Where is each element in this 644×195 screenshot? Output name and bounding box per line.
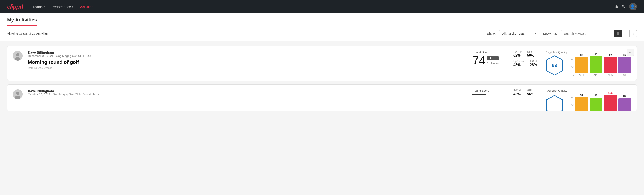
fw-hit-value: 43% [514,92,522,96]
card-info: Dave Billingham December 05, 2021 - Gog … [28,50,467,70]
bar-putt [618,57,632,72]
gir-value: 56% [527,92,534,96]
fw-hit-value: 62% [514,54,522,58]
round-score-section: Round Score [472,89,508,95]
avatar-icon: 👤 [630,4,635,9]
fw-hit-label: FW Hit [514,89,522,92]
y-label-50: 50 [569,104,574,106]
bar-value-ott2: 94 [580,94,583,97]
avg-shot-label: Avg Shot Quality [546,89,631,92]
score-value: 74 [472,55,485,66]
avatar [13,51,22,61]
round-score-section: Round Score 74 +4 18 Holes [472,50,508,66]
edit-button[interactable]: ✏ [627,49,634,56]
gir-value: 50% [527,54,534,58]
player-name: Dave Billingham [28,89,467,93]
compact-view-toggle[interactable]: ≡ [630,30,637,37]
bar-ott [575,57,588,72]
user-avatar[interactable]: 👤 ▾ [629,3,637,10]
gir-label: GIR [527,89,534,92]
keywords-label: Keywords: [543,32,558,36]
updown-label: Up/Down [514,60,524,63]
stats-section: FW Hit 62% GIR 50% Up/Down 43% 1 Putt 28… [514,50,540,67]
y-label-100: 100 [569,58,574,61]
bar-ott2 [575,97,588,111]
bar-group-ott2: 94 [575,94,588,111]
bar-putt2 [618,98,632,111]
bar-chart: 100 50 0 85 [569,55,631,76]
navbar: clippd Teams ▾ Performance ▾ Activities … [0,0,644,14]
bar-value-arg: 89 [609,53,612,56]
score-holes: 18 Holes [487,62,498,65]
avg-shot-quality-section: Avg Shot Quality 100 50 [546,89,631,111]
avatar [13,90,22,99]
avatar-chevron: ▾ [635,6,636,8]
bar-value-arg2: 106 [608,92,612,94]
bar-group-arg: 89 [604,53,617,72]
hex-quality: 89 [546,55,564,76]
y-label-100: 100 [569,96,574,99]
oneputt-value: 28% [530,63,537,67]
page-title: My Activities [7,17,37,26]
x-label-arg: ARG [604,74,617,76]
nav-items: Teams ▾ Performance ▾ Activities [30,3,608,10]
bars-container: 85 90 [575,55,631,72]
activity-type-select[interactable]: All Activity Types Rounds Practice [499,30,539,38]
add-icon[interactable]: ⊕ [614,4,618,9]
activity-title: Morning round of golf [28,59,467,65]
view-toggles: ☰ ⊞ ≡ [614,30,637,37]
activity-card: Dave Billingham October 16, 2021 - Gog M… [7,84,637,111]
round-score-label: Round Score [472,50,508,54]
bar-group-putt: 89 [618,53,632,72]
nav-item-teams[interactable]: Teams ▾ [30,3,47,10]
activity-date: December 05, 2021 - Gog Magog Golf Club … [28,54,467,58]
x-label-ott: OTT [575,74,588,76]
brand-logo[interactable]: clippd [7,3,23,10]
stats-section: FW Hit 43% GIR 56% [514,89,540,96]
nav-item-performance[interactable]: Performance ▾ [49,3,76,10]
player-name: Dave Billingham [28,50,467,54]
bar-group-putt2: 87 [618,95,632,111]
viewing-text: Viewing 12 out of 29 Activities [7,32,484,36]
nav-right: ⊕ ↻ 👤 ▾ [614,3,637,10]
nav-item-activities[interactable]: Activities [78,3,96,10]
score-badge: +4 [487,56,498,60]
activity-date: October 16, 2021 - Gog Magog Golf Club -… [28,93,467,96]
activity-card: Dave Billingham December 05, 2021 - Gog … [7,46,637,81]
round-score-label: Round Score [472,89,508,92]
search-input[interactable] [561,30,610,38]
bar-group-app2: 93 [590,94,603,111]
svg-point-1 [16,53,19,56]
gir-label: GIR [527,50,534,54]
bar-group-ott: 85 [575,54,588,72]
bar-app2 [590,98,603,111]
data-source: Data Source: Arccos [28,66,467,70]
grid-view-toggle[interactable]: ⊞ [622,30,630,37]
filter-bar: Viewing 12 out of 29 Activities Show: Al… [0,26,644,41]
nav-label-performance: Performance [52,5,71,9]
x-labels: OTT APP ARG PUTT [575,74,631,76]
chevron-down-icon: ▾ [72,6,73,8]
nav-label-teams: Teams [33,5,42,9]
svg-point-6 [15,96,20,99]
bars-container-2: 94 93 106 [575,96,631,111]
updown-value: 43% [514,63,524,67]
nav-label-activities: Activities [80,5,93,9]
hex-value: 89 [552,62,557,68]
svg-point-2 [15,57,20,61]
bar-value-ott: 85 [580,54,583,57]
x-label-app: APP [590,74,603,76]
show-label: Show: [487,32,496,36]
page-header: My Activities [0,14,644,26]
bar-group-arg2: 106 [604,92,617,111]
fw-hit-label: FW Hit [514,50,522,54]
bar-group-app: 90 [590,53,603,72]
oneputt-label: 1 Putt [530,60,537,63]
hex-quality [546,95,564,111]
chevron-down-icon: ▾ [44,6,45,8]
bar-arg [604,57,617,72]
list-view-toggle[interactable]: ☰ [614,30,622,37]
refresh-icon[interactable]: ↻ [622,4,626,9]
bar-value-app: 90 [594,53,597,56]
bar-value-app2: 93 [594,94,597,97]
